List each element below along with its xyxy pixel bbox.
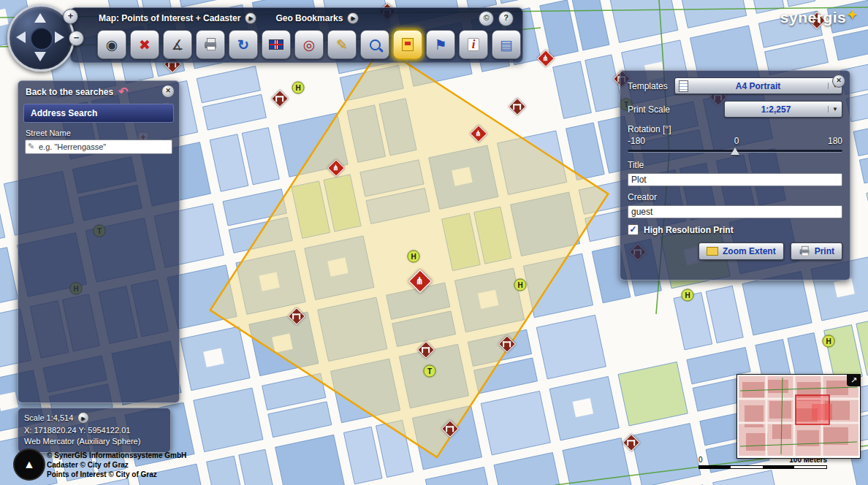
street-name-input[interactable] xyxy=(25,140,172,154)
help-button[interactable]: ? xyxy=(498,11,514,26)
uk-flag-icon xyxy=(269,39,283,50)
print-tool[interactable] xyxy=(196,30,225,59)
museum-icon xyxy=(276,96,284,102)
zoom-out-button[interactable]: − xyxy=(69,31,84,46)
rotation-min-label: -180 xyxy=(628,136,645,146)
title-label: Title xyxy=(628,160,842,170)
address-search-panel: ✕ Back to the searches ↶ Address Search … xyxy=(18,80,180,403)
compass-hub[interactable] xyxy=(30,27,53,50)
template-dropdown[interactable]: A4 Portrait ▼ xyxy=(674,77,842,94)
geo-bookmarks-expand-icon[interactable]: ▶ xyxy=(347,12,359,24)
rotation-slider-track[interactable] xyxy=(628,148,842,155)
stop-icon: H xyxy=(411,253,416,261)
back-to-searches-link[interactable]: Back to the searches xyxy=(26,87,113,97)
zoom-in-button[interactable]: + xyxy=(63,9,78,24)
identify-tool[interactable]: ◉ xyxy=(97,30,126,59)
city-of-graz-logo: ▲ xyxy=(13,448,45,481)
map-selector-tab[interactable]: Map: Points of Interest + Cadaster ▶ xyxy=(99,12,256,24)
title-field: Title xyxy=(628,160,842,186)
print-actions: Zoom Extent Print xyxy=(628,242,842,260)
rotation-scale-labels: -180 0 180 xyxy=(628,136,842,146)
print-button[interactable]: Print xyxy=(791,242,842,260)
plot-tool[interactable] xyxy=(393,30,422,59)
search-panel-title: Address Search xyxy=(23,104,174,123)
stop-marker[interactable]: H xyxy=(408,251,420,263)
delete-redlining-tool[interactable]: ✖ xyxy=(130,30,159,59)
synergis-logo-text: synergis xyxy=(780,9,846,26)
museum-icon xyxy=(503,341,511,347)
overview-map-image xyxy=(739,376,859,456)
creator-input[interactable] xyxy=(628,205,842,218)
stop-marker[interactable]: H xyxy=(514,279,527,291)
target-icon: ◎ xyxy=(303,38,316,52)
print-panel: ✕ Templates A4 Portrait ▼ Print Scale 1:… xyxy=(620,70,850,280)
stop-marker[interactable]: H xyxy=(292,82,305,94)
geo-bookmarks-tab[interactable]: Geo Bookmarks ▶ xyxy=(275,12,359,24)
center-map-tool[interactable]: ◎ xyxy=(294,30,324,59)
language-tool[interactable] xyxy=(262,30,291,59)
bookmark-tool[interactable]: ⚑ xyxy=(426,30,455,59)
zoom-select-tool[interactable] xyxy=(360,30,389,59)
restaurant-icon: ⋔ xyxy=(476,130,481,137)
print-scale-dropdown[interactable]: 1:2,257 ▼ xyxy=(724,101,842,118)
flag-icon: ⚑ xyxy=(434,38,446,52)
toolbar-tabs-row: Map: Points of Interest + Cadaster ▶ Geo… xyxy=(71,8,522,28)
copyright-line-3: Points of Interest © City of Graz xyxy=(47,470,186,479)
pan-north-arrow-icon[interactable] xyxy=(34,13,46,23)
print-scale-value: 1:2,257 xyxy=(728,104,823,115)
sparkle-icon: ✦ xyxy=(847,7,858,23)
overview-collapse-button[interactable]: ↗ xyxy=(847,374,861,386)
chevron-down-icon[interactable]: ▼ xyxy=(828,106,838,112)
pan-west-arrow-icon[interactable] xyxy=(16,31,26,43)
copyright-line-2: Cadaster © City of Graz xyxy=(47,460,186,470)
copyright-line-1: © SynerGIS Informationssysteme GmbH xyxy=(47,451,186,460)
credits-button[interactable]: © xyxy=(479,11,494,26)
rotation-slider-thumb[interactable] xyxy=(731,148,739,155)
print-label: Print xyxy=(815,246,834,256)
scale-bar-line xyxy=(698,465,827,469)
zoom-extent-button[interactable]: Zoom Extent xyxy=(698,242,784,260)
extent-icon xyxy=(707,247,718,256)
measure-tool[interactable]: ∡ xyxy=(163,30,192,59)
stop-icon: H xyxy=(826,337,831,345)
map-selector-label: Map: Points of Interest + Cadaster xyxy=(99,13,240,23)
print-scale-label: Print Scale xyxy=(628,104,670,115)
zoom-extent-label: Zoom Extent xyxy=(723,246,776,256)
search-panel-close-icon[interactable]: ✕ xyxy=(161,85,175,98)
title-input[interactable] xyxy=(628,173,842,186)
museum-icon xyxy=(628,440,636,446)
stop-icon: H xyxy=(517,281,522,289)
overview-map[interactable]: ↗ xyxy=(736,374,861,459)
strip-utility-buttons: © ? xyxy=(479,11,514,26)
museum-icon xyxy=(514,104,522,110)
coordinates-readout: X: 1718820.24 Y: 5954122.01 xyxy=(24,426,164,435)
pencil-icon: ✎ xyxy=(336,38,348,52)
map-selector-expand-icon[interactable]: ▶ xyxy=(245,12,256,24)
taxi-marker[interactable]: T xyxy=(424,365,436,378)
scale-expand-icon[interactable]: ▶ xyxy=(77,412,89,424)
info-icon: i xyxy=(468,38,479,51)
museum-icon xyxy=(446,426,454,432)
stop-marker[interactable]: H xyxy=(682,289,694,302)
toolbar-buttons: ◉✖∡↻◎✎⚑i▤ xyxy=(71,28,522,59)
info-tool[interactable]: i xyxy=(459,30,488,59)
templates-label: Templates xyxy=(628,81,668,91)
print-panel-close-icon[interactable]: ✕ xyxy=(832,75,845,88)
pan-south-arrow-icon[interactable] xyxy=(34,52,46,61)
rotation-max-label: 180 xyxy=(828,136,842,146)
stop-marker[interactable]: H xyxy=(823,335,835,348)
pan-east-arrow-icon[interactable] xyxy=(55,31,64,43)
restaurant-icon: ⋔ xyxy=(543,55,549,62)
legend-tool[interactable]: ▤ xyxy=(492,30,521,59)
page-icon xyxy=(679,80,688,92)
hires-row: ✓ High Resolution Print xyxy=(628,224,842,235)
stop-icon: H xyxy=(685,291,690,299)
back-arrow-icon[interactable]: ↶ xyxy=(118,86,128,98)
refresh-tool[interactable]: ↻ xyxy=(229,30,258,59)
redline-draw-tool[interactable]: ✎ xyxy=(327,30,357,59)
hires-checkbox[interactable]: ✓ xyxy=(628,224,639,235)
synergis-logo: synergis ✦ xyxy=(780,9,858,26)
taxi-icon: T xyxy=(427,367,432,375)
street-name-input-wrap: ✎ xyxy=(25,140,172,154)
toolbar-strip: Map: Points of Interest + Cadaster ▶ Geo… xyxy=(70,7,523,63)
